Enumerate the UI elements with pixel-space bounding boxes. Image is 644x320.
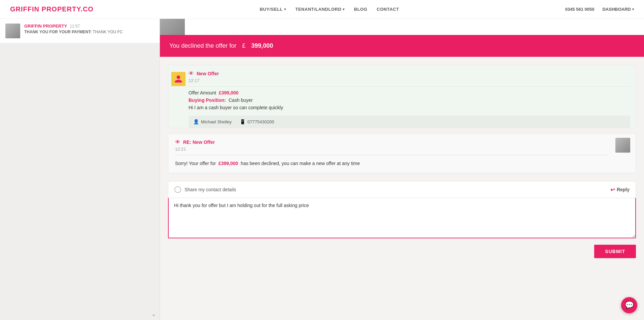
page-layout: GRIFFIN PROPERTY 11:57 THANK YOU FOR YOU… (0, 0, 644, 320)
nav-tenant-landlord[interactable]: TENANT/LANDLORD ▾ (295, 7, 344, 12)
reply-button[interactable]: ↩ Reply (610, 187, 630, 193)
eye-icon: 👁 (189, 71, 194, 77)
offer-title: New Offer (197, 71, 219, 76)
offer-amount-value: £399,000 (219, 90, 238, 95)
scroll-down-icon[interactable]: ⌄ (150, 311, 157, 317)
navbar: GRIFFIN PROPERTY.Co BUY/SELL ▾ TENANT/LA… (0, 0, 644, 19)
share-contact-left: Share my contact details (174, 186, 236, 193)
phone-icon: 📱 (240, 119, 245, 124)
nav-right: 0345 561 0050 DASHBOARD ▾ (565, 7, 634, 12)
offer-card-header: 👁 New Offer (189, 71, 630, 77)
reply-time: 12:21 (175, 147, 609, 152)
messages-area: 👁 New Offer 12:17 Offer Amount £399,000 … (160, 57, 644, 181)
chevron-down-icon: ▾ (284, 7, 286, 11)
reply-divider (175, 155, 609, 155)
new-offer-card: 👁 New Offer 12:17 Offer Amount £399,000 … (168, 65, 636, 128)
offer-amount-row: Offer Amount £399,000 (189, 90, 630, 95)
chevron-down-icon: ▾ (343, 7, 345, 11)
sidebar-empty-area (0, 43, 160, 318)
eye-icon: 👁 (175, 139, 180, 145)
reply-arrow-icon: ↩ (610, 187, 615, 193)
buying-position-value: Cash buyer (229, 97, 253, 103)
contact-name-item: 👤 Michael Shelley (193, 119, 232, 124)
offer-contact-row: 👤 Michael Shelley 📱 07775430200 (189, 116, 630, 128)
contact-phone: 07775430200 (247, 119, 274, 124)
nav-blog[interactable]: BLOG (354, 7, 368, 12)
declined-text-pre: You declined the offer for (169, 42, 236, 49)
declined-amount: 399,000 (251, 42, 273, 49)
nav-contact[interactable]: CONTACT (377, 7, 399, 12)
sidebar-message-header: GRIFFIN PROPERTY 11:57 (24, 24, 154, 29)
sidebar-sender-name: GRIFFIN PROPERTY (24, 24, 67, 29)
offer-card-avatar (168, 65, 189, 128)
chat-widget-icon: 💬 (625, 301, 634, 310)
sidebar-message-content: GRIFFIN PROPERTY 11:57 THANK YOU FOR YOU… (24, 24, 154, 34)
reply-textarea[interactable] (168, 198, 636, 238)
offer-time: 12:17 (189, 78, 630, 83)
bottom-actions: Share my contact details ↩ Reply SUBMIT (160, 181, 644, 266)
person-icon (174, 75, 183, 83)
reply-card-header: 👁 RE: New Offer (175, 139, 609, 145)
chat-widget-button[interactable]: 💬 (621, 297, 637, 313)
sidebar-avatar (5, 24, 20, 38)
reply-card-body: 👁 RE: New Offer 12:21 Sorry! Your offer … (168, 134, 636, 173)
nav-phone: 0345 561 0050 (565, 7, 595, 12)
main-content: You declined the offer for £ 399,000 (160, 19, 644, 320)
chevron-down-icon: ▾ (632, 7, 634, 11)
offer-message-text: Hi I am a cash buyer so can complete qui… (189, 105, 630, 110)
contact-name: Michael Shelley (201, 119, 232, 124)
offer-buying-position-row: Buying Position: Cash buyer (189, 97, 630, 103)
sidebar: GRIFFIN PROPERTY 11:57 THANK YOU FOR YOU… (0, 19, 160, 320)
user-avatar-icon (171, 72, 185, 86)
submit-button[interactable]: SUBMIT (594, 245, 636, 258)
reply-message-text: Sorry! Your offer for £399,000 has been … (175, 161, 609, 166)
property-thumbnail (160, 19, 185, 35)
reply-highlighted-amount: £399,000 (218, 161, 238, 166)
share-label: Share my contact details (184, 187, 236, 192)
offer-divider (189, 86, 630, 87)
share-contact-row: Share my contact details ↩ Reply (168, 181, 636, 198)
nav-dashboard[interactable]: DASHBOARD ▾ (602, 7, 634, 12)
sidebar-message-time: 11:57 (70, 24, 80, 29)
nav-buy-sell[interactable]: BUY/SELL ▾ (260, 7, 286, 12)
share-circle-toggle[interactable] (174, 186, 181, 193)
contact-phone-item: 📱 07775430200 (240, 119, 274, 124)
declined-currency: £ (242, 42, 245, 49)
reply-card-thumbnail (615, 138, 630, 153)
reply-title: RE: New Offer (183, 139, 215, 145)
submit-row: SUBMIT (168, 245, 636, 258)
property-thumbnail-strip (160, 19, 644, 35)
buying-position-label: Buying Position: (189, 97, 226, 103)
person-contact-icon: 👤 (193, 119, 199, 124)
reply-card: 👁 RE: New Offer 12:21 Sorry! Your offer … (168, 133, 636, 173)
nav-links: BUY/SELL ▾ TENANT/LANDLORD ▾ BLOG CONTAC… (260, 7, 399, 12)
sidebar-message-preview: THANK YOU FOR YOUR PAYMENT: THANK YOU FC (24, 30, 154, 34)
sidebar-message-item[interactable]: GRIFFIN PROPERTY 11:57 THANK YOU FOR YOU… (0, 19, 160, 43)
brand-logo[interactable]: GRIFFIN PROPERTY.Co (10, 5, 94, 13)
declined-banner: You declined the offer for £ 399,000 (160, 35, 644, 57)
offer-card-body: 👁 New Offer 12:17 Offer Amount £399,000 … (189, 65, 636, 128)
